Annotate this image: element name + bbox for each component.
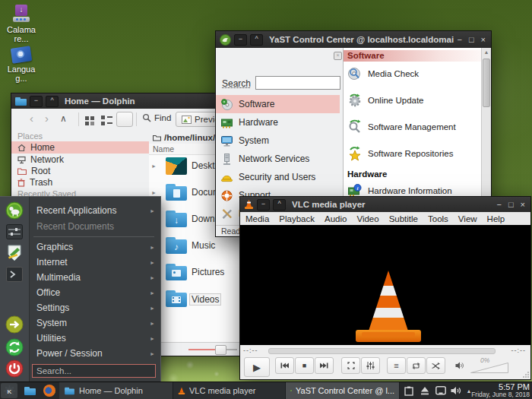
shade-button[interactable]: ^: [250, 34, 263, 46]
minimize-button[interactable]: −: [234, 34, 247, 46]
menu-audio[interactable]: Audio: [325, 214, 347, 223]
menu-item-graphics[interactable]: Graphics►: [29, 239, 160, 255]
category-hardware[interactable]: Hardware: [216, 113, 340, 131]
menu-help[interactable]: Help: [487, 214, 505, 223]
scrollbar-thumb[interactable]: [483, 59, 490, 107]
menu-subtitle[interactable]: Subtitle: [389, 214, 418, 223]
category-security-users[interactable]: Security and Users: [216, 168, 340, 186]
desktop-icon-language[interactable]: Langua g...: [0, 47, 43, 83]
app-menu-button[interactable]: K: [1, 383, 17, 398]
tree-view-button[interactable]: [116, 112, 133, 127]
category-system[interactable]: System: [216, 131, 340, 150]
menu-media[interactable]: Media: [245, 214, 269, 223]
menu-item-settings[interactable]: Settings►: [29, 300, 160, 315]
module-software-management[interactable]: Software Management: [347, 118, 480, 136]
firefox-launcher[interactable]: [41, 383, 58, 398]
close-button[interactable]: ×: [481, 35, 486, 44]
device-notifier-icon[interactable]: [419, 382, 431, 399]
distro-logo-icon[interactable]: [5, 201, 24, 220]
clock[interactable]: 5:57 PM Friday, June 8, 2018: [471, 383, 530, 398]
minimize-button[interactable]: −: [257, 199, 270, 211]
previous-button[interactable]: [275, 357, 294, 374]
scroll-up-icon[interactable]: ▲: [482, 49, 491, 55]
menu-item-utilities[interactable]: Utilities►: [29, 331, 160, 346]
shutdown-icon[interactable]: [5, 359, 24, 378]
clear-search-icon[interactable]: ×: [334, 52, 342, 60]
find-button[interactable]: Find: [142, 113, 171, 122]
forward-button[interactable]: ›: [45, 112, 49, 125]
restart-icon[interactable]: [5, 338, 24, 356]
menu-item-system[interactable]: System►: [29, 315, 160, 331]
zoom-slider-track[interactable]: [188, 349, 216, 350]
module-online-update[interactable]: Online Update: [347, 91, 480, 109]
expander-icon[interactable]: ►: [151, 163, 157, 169]
category-software[interactable]: Software: [216, 95, 340, 113]
vlc-video-area[interactable]: [240, 225, 530, 345]
file-manager-launcher[interactable]: [21, 383, 38, 398]
menu-view[interactable]: View: [458, 214, 477, 223]
volume-slider[interactable]: [470, 362, 508, 373]
shuffle-button[interactable]: [426, 357, 445, 374]
menu-item-recent-applications[interactable]: Recent Applications►: [29, 203, 160, 218]
menu-item-multimedia[interactable]: Multimedia►: [29, 270, 160, 285]
maximize-button[interactable]: □: [508, 200, 514, 209]
menu-playback[interactable]: Playback: [279, 214, 315, 223]
minimize-button[interactable]: −: [457, 35, 461, 44]
task-dolphin[interactable]: Home — Dolphin: [59, 382, 173, 399]
minimize-button[interactable]: −: [30, 96, 43, 107]
stop-button[interactable]: ■: [295, 357, 314, 374]
module-media-check[interactable]: Media Check: [347, 65, 480, 83]
vlc-menubar: Media Playback Audio Video Subtitle Tool…: [240, 212, 530, 226]
file-row-pictures[interactable]: ► Pictures: [149, 259, 245, 286]
maximize-button[interactable]: □: [469, 35, 474, 44]
category-network-services[interactable]: Network Services: [216, 150, 340, 168]
desktop-icon-calamares[interactable]: ↓ Calama re...: [0, 5, 43, 43]
places-item-root[interactable]: Root: [11, 165, 149, 177]
shade-button[interactable]: ^: [46, 96, 59, 107]
task-yast[interactable]: YaST Control Center @ l...: [286, 382, 400, 399]
yast-search-input[interactable]: [255, 76, 340, 90]
menu-item-internet[interactable]: Internet►: [29, 255, 160, 270]
yast-tool-icon[interactable]: [5, 244, 24, 262]
terminal-icon[interactable]: [6, 267, 23, 282]
icons-view-button[interactable]: [85, 116, 89, 120]
menu-item-power-session[interactable]: Power / Session►: [29, 346, 160, 361]
vlc-titlebar[interactable]: − ^ VLC media player − □ ×: [240, 197, 530, 212]
shade-button[interactable]: ^: [273, 199, 286, 211]
yast-titlebar[interactable]: − ^ YaST Control Center @ localhost.loca…: [216, 31, 491, 48]
minimize-button[interactable]: −: [496, 200, 501, 209]
display-tray-icon[interactable]: [434, 382, 448, 399]
menu-tools[interactable]: Tools: [428, 214, 448, 223]
clipboard-tray-icon[interactable]: [403, 382, 415, 399]
volume-icon[interactable]: [455, 361, 464, 370]
home-icon: [17, 144, 26, 152]
seek-bar[interactable]: [268, 348, 496, 354]
settings-sliders-icon[interactable]: [6, 224, 23, 239]
dolphin-titlebar[interactable]: − ^ Home — Dolphin: [11, 93, 245, 109]
next-button[interactable]: [315, 357, 334, 374]
task-vlc[interactable]: VLC media player: [173, 382, 286, 399]
menu-item-recent-documents[interactable]: Recent Documents: [29, 219, 160, 234]
play-button[interactable]: ▶: [244, 357, 270, 377]
places-item-home[interactable]: Home: [11, 141, 149, 154]
module-software-repositories[interactable]: Software Repositories: [347, 144, 480, 163]
fullscreen-button[interactable]: [341, 357, 360, 374]
places-item-network[interactable]: Network: [11, 154, 149, 166]
places-item-trash[interactable]: Trash: [11, 176, 149, 188]
logout-icon[interactable]: [5, 315, 24, 334]
zoom-slider-handle[interactable]: [215, 345, 226, 355]
menu-item-office[interactable]: Office►: [29, 285, 160, 300]
equalizer-button[interactable]: [361, 357, 380, 374]
close-button[interactable]: ×: [521, 200, 525, 209]
expander-icon[interactable]: ►: [151, 190, 157, 195]
loop-button[interactable]: [407, 357, 426, 374]
details-view-button[interactable]: [101, 116, 105, 119]
volume-tray-icon[interactable]: [449, 382, 463, 399]
menu-search-input[interactable]: [32, 364, 156, 378]
playlist-button[interactable]: ≡: [387, 357, 406, 374]
back-button[interactable]: ‹: [30, 112, 33, 125]
resize-grip[interactable]: [523, 372, 529, 378]
up-button[interactable]: ∧: [60, 113, 67, 124]
menu-video[interactable]: Video: [356, 214, 378, 223]
file-row-videos[interactable]: ► Videos: [149, 286, 245, 312]
